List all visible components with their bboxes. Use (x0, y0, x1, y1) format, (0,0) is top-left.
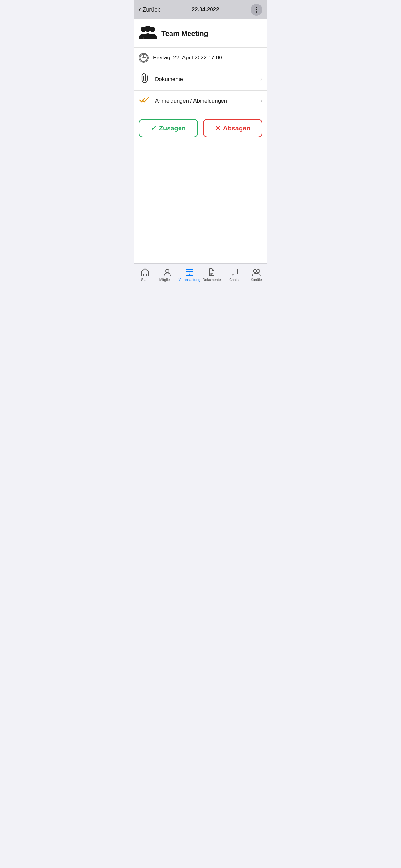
nav-title: 22.04.2022 (160, 6, 251, 13)
tab-mitglieder-label: Mitglieder (159, 278, 175, 282)
tab-bar: Start Mitglieder Veranstaltung (134, 264, 267, 289)
absagen-label: Absagen (223, 125, 250, 132)
calendar-icon (185, 268, 194, 277)
svg-point-14 (187, 274, 188, 275)
svg-point-2 (145, 26, 151, 32)
more-button[interactable] (251, 4, 262, 16)
team-header-row: Team Meeting (134, 20, 267, 48)
clock-icon (139, 53, 149, 63)
svg-point-6 (166, 269, 169, 273)
dokumente-row[interactable]: Dokumente › (134, 68, 267, 91)
back-label: Zurück (143, 6, 160, 13)
tab-mitglieder[interactable]: Mitglieder (156, 267, 178, 283)
svg-point-20 (253, 270, 256, 273)
tab-chats-label: Chats (229, 278, 239, 282)
document-icon (207, 268, 216, 277)
dokumente-text: Dokumente (155, 76, 256, 83)
tab-dokumente-label: Dokumente (203, 278, 220, 282)
group-icon (252, 268, 261, 277)
tab-start[interactable]: Start (134, 267, 156, 283)
person-icon (163, 268, 172, 277)
anmeldungen-text: Anmeldungen / Abmeldungen (155, 98, 256, 104)
dokumente-chevron-icon: › (260, 76, 262, 83)
tab-veranstaltung-label: Veranstaltung (179, 278, 200, 282)
svg-point-15 (189, 274, 189, 275)
tab-veranstaltung[interactable]: Veranstaltung (178, 267, 201, 283)
home-icon (141, 268, 150, 277)
absagen-x-icon: ✕ (215, 124, 220, 132)
zusagen-button[interactable]: ✓ Zusagen (139, 119, 198, 137)
datetime-text: Freitag, 22. April 2022 17:00 (153, 55, 262, 61)
back-chevron-icon: ‹ (139, 6, 141, 13)
anmeldungen-row[interactable]: Anmeldungen / Abmeldungen › (134, 91, 267, 112)
team-group-icon (139, 25, 157, 42)
nav-bar: ‹ Zurück 22.04.2022 (134, 0, 267, 20)
tab-dokumente[interactable]: Dokumente (201, 267, 223, 283)
zusagen-check-icon: ✓ (151, 124, 157, 132)
tab-start-label: Start (141, 278, 149, 282)
tab-kanaele-label: Kanäle (251, 278, 261, 282)
svg-point-3 (140, 54, 147, 61)
zusagen-label: Zusagen (159, 125, 186, 132)
event-title: Team Meeting (161, 29, 208, 38)
back-button[interactable]: ‹ Zurück (139, 6, 160, 13)
absagen-button[interactable]: ✕ Absagen (203, 119, 262, 137)
chat-icon (229, 268, 239, 277)
datetime-row: Freitag, 22. April 2022 17:00 (134, 48, 267, 68)
action-buttons-row: ✓ Zusagen ✕ Absagen (134, 112, 267, 145)
content-area: Team Meeting Freitag, 22. April 2022 17:… (134, 20, 267, 264)
double-check-icon (139, 96, 150, 106)
tab-chats[interactable]: Chats (223, 267, 245, 283)
tab-kanaele[interactable]: Kanäle (245, 267, 267, 283)
svg-point-12 (189, 273, 189, 273)
paperclip-icon (139, 73, 150, 85)
svg-point-16 (190, 274, 191, 275)
more-dots-icon (256, 7, 257, 12)
svg-point-21 (257, 270, 259, 273)
svg-point-13 (190, 273, 191, 273)
anmeldungen-chevron-icon: › (260, 97, 262, 104)
svg-point-11 (187, 273, 188, 273)
